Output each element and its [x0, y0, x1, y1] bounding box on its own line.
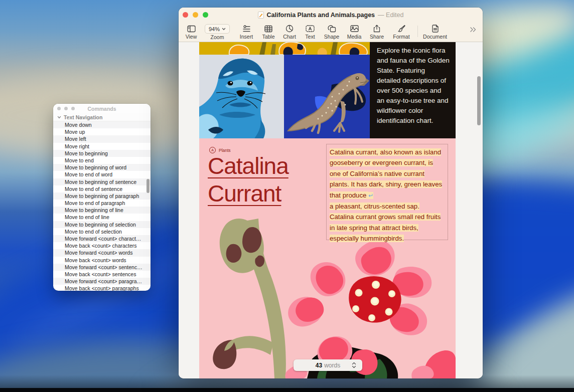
- command-item[interactable]: Move forward <count> sentenc…: [53, 264, 151, 271]
- close-icon[interactable]: [183, 12, 188, 18]
- command-item[interactable]: Move to beginning of paragraph: [53, 192, 151, 200]
- document-page[interactable]: Explore the iconic flora and fauna of th…: [199, 42, 456, 378]
- command-item[interactable]: Move to beginning of sentence: [53, 178, 151, 185]
- commands-scrollbar[interactable]: [147, 179, 150, 193]
- category-label: Plants: [219, 148, 231, 153]
- text-button[interactable]: Text: [300, 22, 320, 42]
- command-item[interactable]: Move to beginning of line: [53, 207, 151, 214]
- fullscreen-icon[interactable]: [203, 12, 208, 18]
- table-icon: [264, 25, 272, 33]
- seal-illustration: [199, 55, 284, 138]
- command-item[interactable]: Move right: [53, 143, 151, 150]
- body-text: Catalina currant, also known as island g…: [330, 147, 445, 244]
- word-count-unit: words: [324, 362, 340, 369]
- lizard-illustration: [284, 55, 370, 138]
- command-item[interactable]: Move back <count> characters: [53, 242, 151, 249]
- commands-section-label: Text Navigation: [64, 114, 102, 120]
- commands-list: Move down Move up Move left Move right M…: [53, 121, 151, 291]
- command-item[interactable]: Move to end of paragraph: [53, 200, 151, 207]
- command-item[interactable]: Move forward <count> paragra…: [53, 278, 151, 285]
- command-item[interactable]: Move to end of line: [53, 214, 151, 221]
- command-item[interactable]: Move to beginning of selection: [53, 221, 151, 228]
- view-sidebar-icon: [187, 25, 196, 33]
- document-button[interactable]: Document: [421, 22, 449, 42]
- commands-titlebar[interactable]: Commands: [53, 104, 151, 113]
- table-button[interactable]: Table: [258, 22, 279, 42]
- window-title: California Plants and Animals.pages: [267, 12, 375, 19]
- chart-button[interactable]: Chart: [279, 22, 300, 42]
- intro-text: Explore the iconic flora and fauna of th…: [377, 47, 450, 124]
- document-canvas[interactable]: Explore the iconic flora and fauna of th…: [179, 42, 483, 378]
- command-item[interactable]: Move down: [53, 121, 151, 128]
- chart-icon: [285, 25, 294, 33]
- chevron-down-icon: [222, 28, 226, 31]
- command-item[interactable]: Move forward <count> words: [53, 249, 151, 256]
- format-brush-icon: [397, 25, 405, 33]
- command-item[interactable]: Move to end of word: [53, 171, 151, 178]
- document-scrollbar[interactable]: [477, 76, 481, 125]
- line-break-icon: ↵: [368, 192, 373, 199]
- commands-window-title: Commands: [53, 106, 151, 112]
- word-count-value: 43: [316, 362, 322, 369]
- section-heading[interactable]: Catalina Currant: [208, 152, 316, 208]
- command-item[interactable]: Move back <count> words: [53, 257, 151, 264]
- command-item[interactable]: Move up: [53, 128, 151, 135]
- body-text-box[interactable]: Catalina currant, also known as island g…: [326, 144, 448, 240]
- double-chevron-right-icon: [470, 27, 477, 33]
- minimize-icon[interactable]: [193, 12, 198, 18]
- command-item[interactable]: Move to beginning: [53, 150, 151, 157]
- command-item[interactable]: Move to beginning of word: [53, 164, 151, 171]
- toolbar-separator: [417, 26, 418, 37]
- command-item[interactable]: Move to end of selection: [53, 228, 151, 235]
- shape-icon: [328, 25, 336, 33]
- plants-section[interactable]: A Plants Catalina Currant Catalina curra…: [199, 138, 456, 378]
- commands-section-header[interactable]: Text Navigation: [53, 113, 151, 121]
- share-icon: [373, 25, 380, 33]
- share-button[interactable]: Share: [365, 22, 388, 42]
- pages-titlebar[interactable]: California Plants and Animals.pages — Ed…: [179, 8, 483, 22]
- intro-text-block[interactable]: Explore the iconic flora and fauna of th…: [370, 42, 456, 138]
- command-item[interactable]: Move to end: [53, 157, 151, 164]
- command-item[interactable]: Move back <count> paragraphs: [53, 285, 151, 291]
- stepper-icon[interactable]: [352, 362, 356, 368]
- shape-button[interactable]: Shape: [320, 22, 343, 42]
- media-icon: [350, 25, 359, 32]
- command-item[interactable]: Move left: [53, 135, 151, 142]
- desktop: { "commands_window": { "title": "Command…: [0, 0, 574, 392]
- insert-icon: [242, 25, 251, 33]
- document-proxy-icon: [258, 12, 264, 19]
- poppies-illustration: [199, 42, 370, 55]
- body-segment-2: a pleasant, citrus-scented sap. Catalina…: [330, 203, 441, 242]
- command-item[interactable]: Move to end of sentence: [53, 185, 151, 192]
- command-item[interactable]: Move back <count> sentences: [53, 271, 151, 278]
- chevron-down-icon: [57, 115, 61, 119]
- command-item[interactable]: Move forward <count> charact…: [53, 235, 151, 242]
- media-button[interactable]: Media: [343, 22, 365, 42]
- word-count-pill[interactable]: 43 words: [294, 359, 362, 371]
- zoom-value-button[interactable]: 94%: [205, 24, 230, 34]
- format-button[interactable]: Format: [388, 22, 414, 42]
- pages-toolbar: View 94% Zoom Insert Table Chart Text: [179, 22, 483, 42]
- toolbar-overflow-button[interactable]: [470, 22, 479, 42]
- view-button[interactable]: View: [183, 22, 200, 42]
- text-icon: [306, 25, 315, 32]
- screen-bottom-edge: [0, 388, 574, 392]
- body-segment-1: Catalina currant, also known as island g…: [330, 148, 442, 199]
- commands-window: Commands Text Navigation Move down Move …: [53, 104, 151, 291]
- insert-button[interactable]: Insert: [235, 22, 258, 42]
- window-title-edited: — Edited: [378, 12, 403, 19]
- zoom-control[interactable]: 94% Zoom: [200, 22, 235, 42]
- document-icon: [432, 25, 439, 33]
- pages-window: California Plants and Animals.pages — Ed…: [179, 8, 483, 378]
